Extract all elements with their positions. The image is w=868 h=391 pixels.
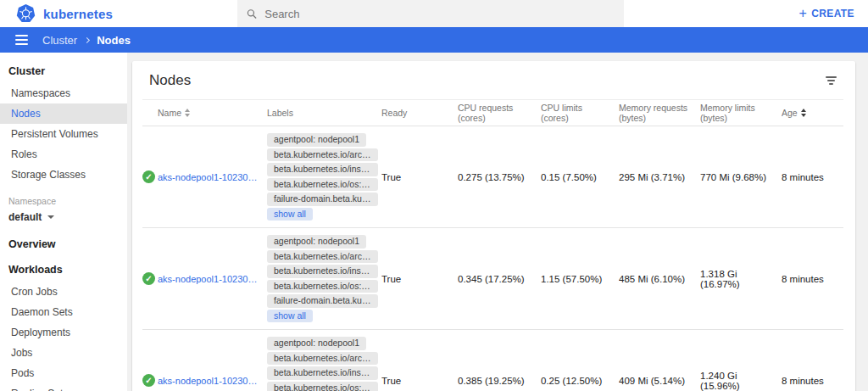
node-memory-requests: 409 Mi (5.14%) <box>619 376 700 386</box>
sidebar-item-replica-sets[interactable]: Replica Sets <box>0 383 127 391</box>
search-input[interactable] <box>264 8 615 20</box>
node-labels: agentpool: nodepool1 beta.kubernetes.io/… <box>267 228 381 329</box>
label-chip: beta.kubernetes.io/os: linux <box>267 382 378 391</box>
sort-icon <box>801 109 806 117</box>
label-chip: beta.kubernetes.io/instance-t. <box>267 163 378 176</box>
sidebar-item-daemon-sets[interactable]: Daemon Sets <box>0 302 127 322</box>
namespace-value: default <box>8 211 42 223</box>
node-ready-value: True <box>381 274 458 284</box>
namespace-label: Namespace <box>0 185 127 209</box>
label-chip: beta.kubernetes.io/os: linux <box>267 280 378 293</box>
sidebar-item-workloads[interactable]: Workloads <box>0 256 127 282</box>
search-icon <box>246 8 258 20</box>
node-ready-icon: ✓ <box>142 170 155 183</box>
nodes-table: Name Labels Ready CPU requests (cores) C… <box>132 99 855 391</box>
node-name-link[interactable]: aks-nodepool1-10230590-vm... <box>158 274 260 284</box>
table-row: ✓ aks-nodepool1-10230590-vm... agentpool… <box>142 126 843 227</box>
column-header-ready: Ready <box>381 108 458 118</box>
sidebar: Cluster Namespaces Nodes Persistent Volu… <box>0 53 127 391</box>
label-chip: beta.kubernetes.io/os: linux <box>267 178 378 192</box>
node-name-link[interactable]: aks-nodepool1-10230590-vm... <box>158 172 260 182</box>
kubernetes-logo-icon <box>15 3 36 24</box>
kubernetes-brand[interactable]: kubernetes <box>0 0 237 27</box>
sidebar-item-overview[interactable]: Overview <box>0 231 127 256</box>
nodes-card: Nodes Name Labels Ready CPU requests (co… <box>132 61 855 391</box>
sidebar-item-nodes[interactable]: Nodes <box>0 103 127 124</box>
table-header-row: Name Labels Ready CPU requests (cores) C… <box>142 99 843 126</box>
label-chip: agentpool: nodepool1 <box>267 337 366 350</box>
breadcrumb: Cluster Nodes <box>42 34 131 47</box>
node-cpu-requests: 0.345 (17.25%) <box>458 274 541 284</box>
node-memory-requests: 295 Mi (3.71%) <box>619 172 700 182</box>
sidebar-item-storage-classes[interactable]: Storage Classes <box>0 165 127 185</box>
sidebar-item-namespaces[interactable]: Namespaces <box>0 83 127 103</box>
brand-name: kubernetes <box>43 7 113 21</box>
namespace-selector[interactable]: default <box>0 209 127 231</box>
create-button[interactable]: + CREATE <box>785 0 868 27</box>
node-ready-value: True <box>381 172 458 182</box>
label-chip: beta.kubernetes.io/arch: amd. <box>267 352 378 366</box>
node-age: 8 minutes <box>782 172 843 182</box>
column-header-labels: Labels <box>267 108 381 118</box>
label-chip: beta.kubernetes.io/instance-t. <box>267 366 378 380</box>
filter-icon[interactable] <box>822 72 840 89</box>
column-header-name[interactable]: Name <box>158 108 267 118</box>
node-ready-value: True <box>381 376 458 386</box>
label-chip: failure-domain.beta.kubernet.. <box>267 294 378 308</box>
node-cpu-requests: 0.275 (13.75%) <box>458 172 541 182</box>
table-row: ✓ aks-nodepool1-10230590-vm... agentpool… <box>142 329 843 391</box>
page-title: Nodes <box>149 72 191 89</box>
node-age: 8 minutes <box>782 274 843 284</box>
sidebar-item-jobs[interactable]: Jobs <box>0 343 127 363</box>
column-header-age[interactable]: Age <box>782 108 843 118</box>
node-cpu-requests: 0.385 (19.25%) <box>458 376 541 386</box>
sidebar-item-cluster[interactable]: Cluster <box>0 58 127 83</box>
card-header: Nodes <box>132 61 855 99</box>
column-header-memory-requests: Memory requests (bytes) <box>619 103 700 123</box>
search-box <box>237 0 624 27</box>
node-cpu-limits: 1.15 (57.50%) <box>541 274 619 284</box>
column-header-memory-limits: Memory limits (bytes) <box>700 103 782 123</box>
breadcrumb-bar: Cluster Nodes <box>0 27 868 53</box>
create-button-label: CREATE <box>811 8 854 20</box>
show-all-button[interactable]: show all <box>267 208 313 221</box>
sidebar-item-pods[interactable]: Pods <box>0 363 127 383</box>
node-cpu-limits: 0.15 (7.50%) <box>541 172 619 182</box>
main-panel: Nodes Name Labels Ready CPU requests (co… <box>127 53 868 391</box>
content-area: Cluster Namespaces Nodes Persistent Volu… <box>0 53 868 391</box>
node-labels: agentpool: nodepool1 beta.kubernetes.io/… <box>267 330 381 391</box>
node-memory-limits: 770 Mi (9.68%) <box>700 172 782 182</box>
label-chip: beta.kubernetes.io/arch: amd. <box>267 250 378 264</box>
node-name-link[interactable]: aks-nodepool1-10230590-vm... <box>158 376 260 386</box>
label-chip: beta.kubernetes.io/instance-t. <box>267 265 378 278</box>
menu-icon[interactable] <box>15 35 28 45</box>
caret-down-icon <box>47 215 54 219</box>
label-chip: beta.kubernetes.io/arch: amd. <box>267 148 378 162</box>
sidebar-item-persistent-volumes[interactable]: Persistent Volumes <box>0 124 127 144</box>
sidebar-item-cron-jobs[interactable]: Cron Jobs <box>0 282 127 302</box>
label-chip: agentpool: nodepool1 <box>267 235 366 249</box>
node-ready-icon: ✓ <box>142 272 155 285</box>
column-header-cpu-requests: CPU requests (cores) <box>458 103 541 123</box>
label-chip: failure-domain.beta.kubernet.. <box>267 193 378 206</box>
breadcrumb-cluster[interactable]: Cluster <box>42 34 77 47</box>
node-age: 8 minutes <box>782 376 843 386</box>
label-chip: agentpool: nodepool1 <box>267 133 366 147</box>
breadcrumb-nodes: Nodes <box>97 34 131 47</box>
table-row: ✓ aks-nodepool1-10230590-vm... agentpool… <box>142 227 843 329</box>
node-ready-icon: ✓ <box>142 374 155 387</box>
show-all-button[interactable]: show all <box>267 310 313 323</box>
plus-icon: + <box>798 7 807 20</box>
column-header-cpu-limits: CPU limits (cores) <box>541 103 619 123</box>
node-cpu-limits: 0.25 (12.50%) <box>541 376 619 386</box>
sidebar-item-roles[interactable]: Roles <box>0 144 127 165</box>
node-labels: agentpool: nodepool1 beta.kubernetes.io/… <box>267 126 381 227</box>
chevron-right-icon <box>84 37 90 43</box>
top-bar: kubernetes + CREATE <box>0 0 868 27</box>
node-memory-requests: 485 Mi (6.10%) <box>619 274 700 284</box>
sidebar-item-deployments[interactable]: Deployments <box>0 322 127 343</box>
sort-icon <box>185 109 190 117</box>
node-memory-limits: 1.318 Gi (16.97%) <box>700 269 782 289</box>
node-memory-limits: 1.240 Gi (15.96%) <box>700 371 782 391</box>
